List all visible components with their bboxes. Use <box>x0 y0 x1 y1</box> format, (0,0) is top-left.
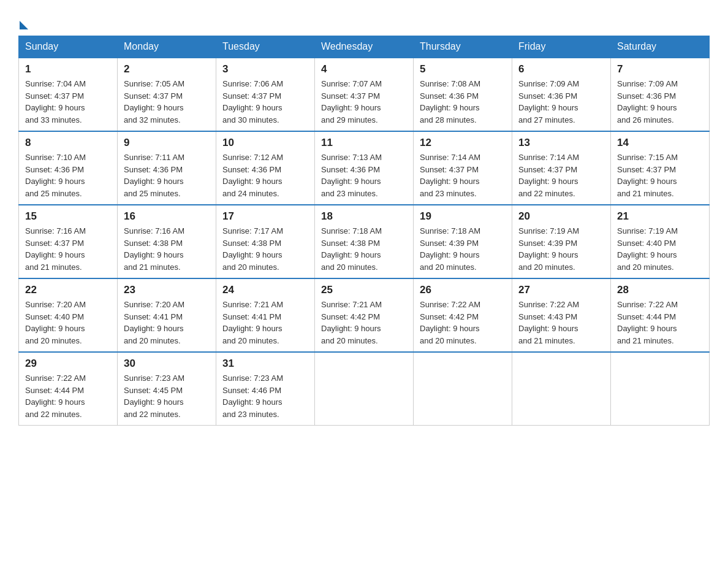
day-info: Sunrise: 7:22 AMSunset: 4:44 PMDaylight:… <box>617 299 703 347</box>
day-number: 11 <box>321 137 407 149</box>
day-number: 5 <box>420 63 506 75</box>
day-info: Sunrise: 7:18 AMSunset: 4:38 PMDaylight:… <box>321 225 407 273</box>
day-info: Sunrise: 7:16 AMSunset: 4:38 PMDaylight:… <box>124 225 210 273</box>
day-info: Sunrise: 7:19 AMSunset: 4:39 PMDaylight:… <box>518 225 604 273</box>
weekday-header-wednesday: Wednesday <box>315 36 414 58</box>
calendar-cell: 29Sunrise: 7:22 AMSunset: 4:44 PMDayligh… <box>19 352 118 426</box>
calendar-cell: 23Sunrise: 7:20 AMSunset: 4:41 PMDayligh… <box>118 278 216 352</box>
day-number: 6 <box>518 63 604 75</box>
calendar-cell: 9Sunrise: 7:11 AMSunset: 4:36 PMDaylight… <box>118 131 216 205</box>
day-info: Sunrise: 7:21 AMSunset: 4:41 PMDaylight:… <box>222 299 308 347</box>
weekday-header-tuesday: Tuesday <box>216 36 315 58</box>
day-number: 21 <box>617 210 703 223</box>
calendar-header-row: SundayMondayTuesdayWednesdayThursdayFrid… <box>19 36 710 58</box>
day-number: 8 <box>25 137 111 149</box>
day-number: 13 <box>518 137 604 149</box>
day-info: Sunrise: 7:14 AMSunset: 4:37 PMDaylight:… <box>518 151 604 199</box>
calendar-cell: 16Sunrise: 7:16 AMSunset: 4:38 PMDayligh… <box>118 205 216 278</box>
day-info: Sunrise: 7:14 AMSunset: 4:37 PMDaylight:… <box>420 151 506 199</box>
day-info: Sunrise: 7:16 AMSunset: 4:37 PMDaylight:… <box>25 225 111 273</box>
day-number: 1 <box>25 63 111 75</box>
calendar-cell: 7Sunrise: 7:09 AMSunset: 4:36 PMDaylight… <box>611 58 710 131</box>
weekday-header-friday: Friday <box>512 36 611 58</box>
calendar-cell: 20Sunrise: 7:19 AMSunset: 4:39 PMDayligh… <box>512 205 611 278</box>
day-number: 27 <box>518 284 604 296</box>
day-info: Sunrise: 7:20 AMSunset: 4:41 PMDaylight:… <box>124 299 210 347</box>
logo-arrow-icon <box>20 21 28 29</box>
calendar-cell: 25Sunrise: 7:21 AMSunset: 4:42 PMDayligh… <box>315 278 414 352</box>
calendar-cell: 27Sunrise: 7:22 AMSunset: 4:43 PMDayligh… <box>512 278 611 352</box>
day-number: 16 <box>124 210 210 223</box>
calendar-cell: 31Sunrise: 7:23 AMSunset: 4:46 PMDayligh… <box>216 352 315 426</box>
calendar-cell: 8Sunrise: 7:10 AMSunset: 4:36 PMDaylight… <box>19 131 118 205</box>
day-info: Sunrise: 7:08 AMSunset: 4:36 PMDaylight:… <box>420 78 506 126</box>
calendar-cell: 30Sunrise: 7:23 AMSunset: 4:45 PMDayligh… <box>118 352 216 426</box>
calendar-cell: 6Sunrise: 7:09 AMSunset: 4:36 PMDaylight… <box>512 58 611 131</box>
calendar-cell: 17Sunrise: 7:17 AMSunset: 4:38 PMDayligh… <box>216 205 315 278</box>
day-number: 10 <box>222 137 308 149</box>
day-number: 18 <box>321 210 407 223</box>
calendar-cell: 18Sunrise: 7:18 AMSunset: 4:38 PMDayligh… <box>315 205 414 278</box>
calendar-week-row: 15Sunrise: 7:16 AMSunset: 4:37 PMDayligh… <box>19 205 710 278</box>
day-info: Sunrise: 7:09 AMSunset: 4:36 PMDaylight:… <box>518 78 604 126</box>
day-number: 28 <box>617 284 703 296</box>
logo <box>18 18 29 29</box>
weekday-header-monday: Monday <box>118 36 216 58</box>
calendar-cell: 5Sunrise: 7:08 AMSunset: 4:36 PMDaylight… <box>414 58 512 131</box>
day-info: Sunrise: 7:22 AMSunset: 4:43 PMDaylight:… <box>518 299 604 347</box>
day-info: Sunrise: 7:18 AMSunset: 4:39 PMDaylight:… <box>420 225 506 273</box>
day-info: Sunrise: 7:11 AMSunset: 4:36 PMDaylight:… <box>124 151 210 199</box>
day-number: 23 <box>124 284 210 296</box>
day-number: 15 <box>25 210 111 223</box>
day-number: 20 <box>518 210 604 223</box>
day-number: 9 <box>124 137 210 149</box>
calendar-cell: 24Sunrise: 7:21 AMSunset: 4:41 PMDayligh… <box>216 278 315 352</box>
calendar-week-row: 8Sunrise: 7:10 AMSunset: 4:36 PMDaylight… <box>19 131 710 205</box>
calendar-cell: 14Sunrise: 7:15 AMSunset: 4:37 PMDayligh… <box>611 131 710 205</box>
day-number: 30 <box>124 358 210 370</box>
day-number: 17 <box>222 210 308 223</box>
day-info: Sunrise: 7:10 AMSunset: 4:36 PMDaylight:… <box>25 151 111 199</box>
calendar-cell: 12Sunrise: 7:14 AMSunset: 4:37 PMDayligh… <box>414 131 512 205</box>
calendar-cell: 11Sunrise: 7:13 AMSunset: 4:36 PMDayligh… <box>315 131 414 205</box>
day-number: 2 <box>124 63 210 75</box>
calendar-week-row: 29Sunrise: 7:22 AMSunset: 4:44 PMDayligh… <box>19 352 710 426</box>
calendar-cell <box>611 352 710 426</box>
day-info: Sunrise: 7:04 AMSunset: 4:37 PMDaylight:… <box>25 78 111 126</box>
calendar-cell: 21Sunrise: 7:19 AMSunset: 4:40 PMDayligh… <box>611 205 710 278</box>
calendar-week-row: 1Sunrise: 7:04 AMSunset: 4:37 PMDaylight… <box>19 58 710 131</box>
calendar-cell: 15Sunrise: 7:16 AMSunset: 4:37 PMDayligh… <box>19 205 118 278</box>
calendar-cell: 22Sunrise: 7:20 AMSunset: 4:40 PMDayligh… <box>19 278 118 352</box>
weekday-header-sunday: Sunday <box>19 36 118 58</box>
day-info: Sunrise: 7:22 AMSunset: 4:42 PMDaylight:… <box>420 299 506 347</box>
day-info: Sunrise: 7:06 AMSunset: 4:37 PMDaylight:… <box>222 78 308 126</box>
day-number: 31 <box>222 358 308 370</box>
calendar-cell: 10Sunrise: 7:12 AMSunset: 4:36 PMDayligh… <box>216 131 315 205</box>
calendar-week-row: 22Sunrise: 7:20 AMSunset: 4:40 PMDayligh… <box>19 278 710 352</box>
day-info: Sunrise: 7:12 AMSunset: 4:36 PMDaylight:… <box>222 151 308 199</box>
calendar-cell: 1Sunrise: 7:04 AMSunset: 4:37 PMDaylight… <box>19 58 118 131</box>
calendar-cell: 26Sunrise: 7:22 AMSunset: 4:42 PMDayligh… <box>414 278 512 352</box>
day-number: 24 <box>222 284 308 296</box>
day-info: Sunrise: 7:22 AMSunset: 4:44 PMDaylight:… <box>25 372 111 420</box>
calendar-cell <box>315 352 414 426</box>
day-number: 7 <box>617 63 703 75</box>
weekday-header-saturday: Saturday <box>611 36 710 58</box>
day-info: Sunrise: 7:20 AMSunset: 4:40 PMDaylight:… <box>25 299 111 347</box>
day-number: 25 <box>321 284 407 296</box>
day-info: Sunrise: 7:21 AMSunset: 4:42 PMDaylight:… <box>321 299 407 347</box>
calendar-cell <box>414 352 512 426</box>
day-info: Sunrise: 7:17 AMSunset: 4:38 PMDaylight:… <box>222 225 308 273</box>
day-info: Sunrise: 7:19 AMSunset: 4:40 PMDaylight:… <box>617 225 703 273</box>
day-info: Sunrise: 7:15 AMSunset: 4:37 PMDaylight:… <box>617 151 703 199</box>
calendar-cell: 3Sunrise: 7:06 AMSunset: 4:37 PMDaylight… <box>216 58 315 131</box>
calendar-cell: 13Sunrise: 7:14 AMSunset: 4:37 PMDayligh… <box>512 131 611 205</box>
calendar-cell <box>512 352 611 426</box>
calendar-cell: 19Sunrise: 7:18 AMSunset: 4:39 PMDayligh… <box>414 205 512 278</box>
day-number: 14 <box>617 137 703 149</box>
calendar-table: SundayMondayTuesdayWednesdayThursdayFrid… <box>18 36 710 426</box>
day-info: Sunrise: 7:05 AMSunset: 4:37 PMDaylight:… <box>124 78 210 126</box>
day-info: Sunrise: 7:07 AMSunset: 4:37 PMDaylight:… <box>321 78 407 126</box>
weekday-header-thursday: Thursday <box>414 36 512 58</box>
day-info: Sunrise: 7:09 AMSunset: 4:36 PMDaylight:… <box>617 78 703 126</box>
